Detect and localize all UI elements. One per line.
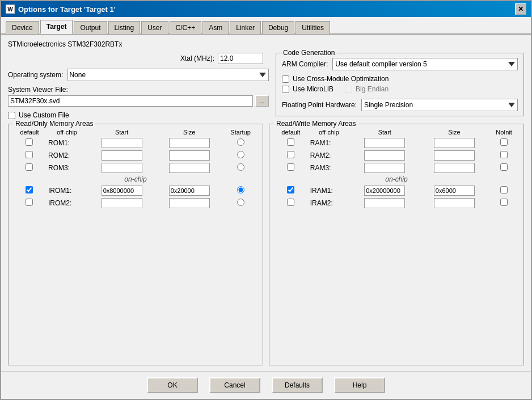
rw-row0-label: RAM1: xyxy=(310,139,331,147)
ro-row1-start[interactable] xyxy=(102,150,142,161)
ro-row2-size[interactable] xyxy=(169,163,210,173)
ro-irom2-label: IROM2: xyxy=(48,199,71,207)
ro-row1-startup[interactable] xyxy=(237,151,244,158)
cancel-button[interactable]: Cancel xyxy=(209,377,260,393)
big-endian-checkbox[interactable] xyxy=(345,86,352,93)
tab-asm[interactable]: Asm xyxy=(202,21,229,34)
tab-output[interactable]: Output xyxy=(74,21,107,34)
use-custom-file-label: Use Custom File xyxy=(19,111,69,119)
ro-onchip-divider: on-chip xyxy=(13,174,258,184)
big-endian-label: Big Endian xyxy=(356,85,389,93)
main-content: STMicroelectronics STM32F302RBTx Xtal (M… xyxy=(1,35,531,371)
ro-irom2-size[interactable] xyxy=(169,198,210,208)
ro-irom1-size[interactable] xyxy=(169,186,210,196)
table-row: RAM3: xyxy=(274,162,519,174)
ok-button[interactable]: OK xyxy=(147,377,198,393)
rw-header-noinit: NoInit xyxy=(489,128,519,137)
rw-row2-default[interactable] xyxy=(287,163,294,171)
rw-row1-noinit[interactable] xyxy=(500,151,508,158)
xtal-label: Xtal (MHz): xyxy=(180,54,214,62)
close-button[interactable]: ✕ xyxy=(515,3,526,15)
ro-header-startup: Startup xyxy=(223,128,258,137)
tab-cpp[interactable]: C/C++ xyxy=(170,21,202,34)
ro-row0-startup[interactable] xyxy=(237,138,244,146)
rw-iram2-noinit[interactable] xyxy=(500,199,508,206)
table-row: RAM2: xyxy=(274,149,519,162)
tab-debug[interactable]: Debug xyxy=(262,21,294,34)
table-row: RAM1: xyxy=(274,137,519,149)
cross-module-checkbox[interactable] xyxy=(282,75,289,83)
code-gen-legend: Code Generation xyxy=(281,49,337,57)
ro-irom1-start[interactable] xyxy=(102,186,142,196)
rw-row2-size[interactable] xyxy=(434,163,475,173)
compiler-label: ARM Compiler: xyxy=(282,60,328,68)
ro-row2-startup[interactable] xyxy=(237,163,244,171)
table-row: IROM2: xyxy=(13,197,258,209)
ro-header-start: Start xyxy=(88,128,155,137)
rw-row1-default[interactable] xyxy=(287,151,294,158)
dialog-title: Options for Target 'Target 1' xyxy=(18,5,116,14)
rw-iram2-size[interactable] xyxy=(434,198,475,208)
ro-header-offchip: off-chip xyxy=(46,128,88,137)
ro-row0-default[interactable] xyxy=(26,138,33,146)
rw-iram2-label: IRAM2: xyxy=(310,199,333,207)
help-button[interactable]: Help xyxy=(334,377,385,393)
read-only-memory-group: Read/Only Memory Areas default off-chip … xyxy=(8,124,263,365)
ro-irom1-label: IROM1: xyxy=(48,187,71,195)
tab-user[interactable]: User xyxy=(141,21,168,34)
ro-irom2-start[interactable] xyxy=(102,198,142,208)
rw-header-size: Size xyxy=(420,128,489,137)
xtal-input[interactable] xyxy=(218,53,263,64)
rw-row1-start[interactable] xyxy=(364,150,405,161)
ro-row2-label: ROM3: xyxy=(48,164,70,172)
defaults-button[interactable]: Defaults xyxy=(272,377,323,393)
tab-target[interactable]: Target xyxy=(40,20,73,34)
table-row: ROM2: xyxy=(13,149,258,162)
use-custom-file-checkbox[interactable] xyxy=(8,112,15,119)
ro-header-size: Size xyxy=(155,128,223,137)
rw-iram1-default[interactable] xyxy=(287,186,294,193)
rw-iram1-noinit[interactable] xyxy=(500,186,508,193)
svf-input[interactable] xyxy=(8,95,253,107)
rw-row0-default[interactable] xyxy=(287,138,294,146)
rw-row0-size[interactable] xyxy=(434,138,475,148)
microlib-checkbox[interactable] xyxy=(282,86,289,93)
compiler-select[interactable]: Use default compiler version 5 xyxy=(332,58,518,70)
tab-utilities[interactable]: Utilities xyxy=(295,21,330,34)
cross-module-label: Use Cross-Module Optimization xyxy=(293,75,389,83)
rw-iram1-label: IRAM1: xyxy=(310,187,333,195)
microlib-label: Use MicroLIB xyxy=(293,85,333,93)
ro-irom2-default[interactable] xyxy=(26,199,33,206)
rw-iram2-start[interactable] xyxy=(364,198,405,208)
os-select[interactable]: None xyxy=(67,69,269,81)
rw-row2-start[interactable] xyxy=(364,163,405,173)
table-row: IRAM2: xyxy=(274,197,519,209)
browse-button[interactable]: ... xyxy=(255,95,269,107)
rw-row0-noinit[interactable] xyxy=(500,138,508,146)
tab-device[interactable]: Device xyxy=(6,21,39,34)
ro-irom1-default[interactable] xyxy=(26,186,33,193)
rw-iram2-default[interactable] xyxy=(287,199,294,206)
ro-row2-start[interactable] xyxy=(102,163,142,173)
tab-linker[interactable]: Linker xyxy=(230,21,261,34)
rw-row1-size[interactable] xyxy=(434,150,475,161)
ro-row1-default[interactable] xyxy=(26,151,33,158)
device-name: STMicroelectronics STM32F302RBTx xyxy=(8,40,524,48)
ro-row0-start[interactable] xyxy=(102,138,142,148)
tab-listing[interactable]: Listing xyxy=(108,21,141,34)
ro-row1-size[interactable] xyxy=(169,150,210,161)
rw-iram1-start[interactable] xyxy=(364,186,405,196)
table-row: IROM1: xyxy=(13,184,258,197)
read-write-legend: Read/Write Memory Areas xyxy=(274,120,358,128)
ro-irom2-startup[interactable] xyxy=(237,199,244,206)
rw-iram1-size[interactable] xyxy=(434,186,475,196)
dialog-window: W Options for Target 'Target 1' ✕ Device… xyxy=(0,0,532,400)
ro-row0-size[interactable] xyxy=(169,138,210,148)
fp-select[interactable]: Single Precision xyxy=(361,99,518,111)
title-bar: W Options for Target 'Target 1' ✕ xyxy=(1,1,531,17)
rw-row0-start[interactable] xyxy=(364,138,405,148)
rw-row2-noinit[interactable] xyxy=(500,163,508,171)
ro-row2-default[interactable] xyxy=(26,163,33,171)
ro-irom1-startup[interactable] xyxy=(237,186,244,193)
table-row: ROM3: xyxy=(13,162,258,174)
